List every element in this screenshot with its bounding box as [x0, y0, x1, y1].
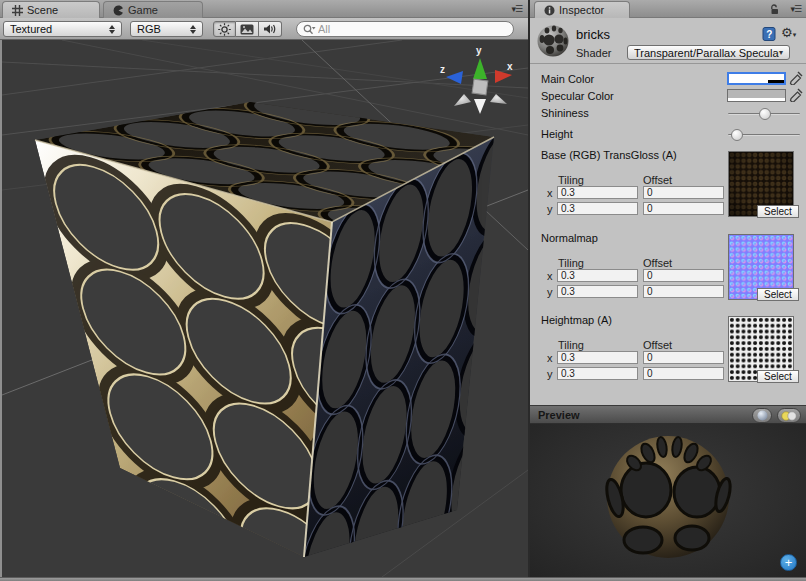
window-bottom-edge — [0, 577, 806, 581]
shininess-slider-thumb[interactable] — [759, 108, 771, 120]
inspector-menu-icon[interactable]: ▾☰ — [790, 4, 801, 14]
preview-lighting-button[interactable] — [777, 408, 801, 423]
texture-section-heightmap: Heightmap (A) Tiling Offset x y — [530, 314, 806, 386]
unity-editor-window: Scene Game ▾☰ Textured RGB — [0, 0, 806, 581]
audio-toggle-button[interactable] — [259, 21, 282, 37]
lock-icon[interactable] — [770, 4, 780, 15]
offset-header: Offset — [643, 339, 672, 351]
texture-section-base: Base (RGB) TransGloss (A) Tiling Offset … — [530, 149, 806, 221]
tiling-header: Tiling — [558, 174, 584, 186]
scene-3d-render: y x z — [2, 40, 528, 577]
inspector-panel: Inspector ▾☰ — [530, 0, 806, 577]
preview-sphere-render — [530, 424, 806, 577]
tiling-header: Tiling — [558, 257, 584, 269]
shininess-slider[interactable] — [728, 108, 800, 120]
lights-icon — [781, 411, 797, 421]
x-axis-label: x — [547, 352, 553, 364]
sphere-icon — [757, 410, 768, 421]
scene-tabbar: Scene Game ▾☰ — [0, 0, 528, 18]
tab-inspector-label: Inspector — [559, 4, 604, 16]
scene-panel-menu-icon[interactable]: ▾☰ — [511, 4, 522, 14]
offset-y-input[interactable] — [643, 285, 724, 298]
tab-inspector[interactable]: Inspector — [534, 1, 630, 18]
eyedropper-icon[interactable] — [789, 71, 803, 85]
main-color-swatch[interactable] — [727, 72, 786, 85]
tiling-header: Tiling — [558, 339, 584, 351]
height-slider-thumb[interactable] — [731, 129, 743, 141]
tiling-x-input[interactable] — [557, 351, 638, 364]
eyedropper-icon[interactable] — [789, 88, 803, 102]
material-name: bricks — [576, 27, 610, 42]
alpha-bar-white — [729, 80, 768, 83]
add-button[interactable]: + — [780, 554, 797, 571]
offset-x-input[interactable] — [643, 186, 724, 199]
svg-text:?: ? — [766, 29, 772, 40]
search-input[interactable] — [318, 23, 478, 35]
channel-value: RGB — [137, 23, 161, 35]
offset-header: Offset — [643, 174, 672, 186]
sun-icon — [218, 23, 231, 36]
section-title: Base (RGB) TransGloss (A) — [541, 149, 677, 161]
render-mode-value: Textured — [10, 23, 52, 35]
shader-label: Shader — [576, 47, 611, 59]
tiling-y-input[interactable] — [557, 367, 638, 380]
skybox-toggle-button[interactable] — [236, 21, 259, 37]
lighting-toggle-button[interactable] — [213, 21, 236, 37]
offset-x-input[interactable] — [643, 351, 724, 364]
updown-arrows-icon — [190, 25, 196, 34]
scene-search-box[interactable] — [296, 21, 514, 37]
material-preview-area[interactable]: + — [530, 424, 806, 577]
heightmap-select-button[interactable]: Select — [757, 370, 799, 383]
alpha-bar-white — [728, 98, 785, 101]
tiling-y-input[interactable] — [557, 202, 638, 215]
y-axis-label: y — [547, 368, 553, 380]
gizmo-z-cone[interactable] — [446, 71, 463, 84]
y-axis-label: y — [547, 203, 553, 215]
specular-color-swatch[interactable] — [727, 89, 786, 102]
height-slider[interactable] — [728, 129, 800, 141]
tab-scene[interactable]: Scene — [2, 1, 100, 18]
help-icon[interactable]: ? — [762, 27, 776, 41]
chevron-down-icon: ▾ — [779, 48, 783, 57]
gizmo-z-label: z — [440, 64, 445, 75]
inspector-tabbar: Inspector ▾☰ — [530, 0, 806, 18]
offset-header: Offset — [643, 257, 672, 269]
render-mode-dropdown[interactable]: Textured — [3, 21, 122, 37]
base-select-button[interactable]: Select — [757, 205, 799, 218]
tiling-y-input[interactable] — [557, 285, 638, 298]
preview-mesh-button[interactable] — [752, 408, 772, 423]
offset-y-input[interactable] — [643, 367, 724, 380]
offset-x-input[interactable] — [643, 269, 724, 282]
gizmo-y-cone[interactable] — [473, 58, 487, 79]
gizmo-x-label: x — [507, 61, 513, 72]
tiling-x-input[interactable] — [557, 269, 638, 282]
channel-dropdown[interactable]: RGB — [130, 21, 203, 37]
section-title: Normalmap — [541, 232, 598, 244]
grid-icon — [12, 5, 23, 16]
gizmo-y-label: y — [476, 45, 482, 56]
offset-y-input[interactable] — [643, 202, 724, 215]
material-header: bricks Shader Transparent/Parallax Specu… — [530, 18, 806, 64]
gear-icon: ⚙ — [781, 25, 793, 40]
normalmap-select-button[interactable]: Select — [757, 288, 799, 301]
section-title: Heightmap (A) — [541, 314, 612, 326]
game-icon — [113, 5, 124, 16]
scene-gizmo[interactable]: y x z — [440, 45, 513, 114]
height-label: Height — [541, 128, 573, 140]
updown-arrows-icon — [109, 25, 115, 34]
shader-value: Transparent/Parallax Specular — [634, 47, 779, 59]
tab-game[interactable]: Game — [103, 1, 203, 18]
gear-menu-button[interactable]: ⚙▾ — [781, 25, 796, 40]
preview-bar[interactable]: Preview — [530, 405, 806, 424]
x-axis-label: x — [547, 187, 553, 199]
image-icon — [240, 24, 254, 35]
alpha-bar-black — [768, 80, 785, 83]
scene-viewport[interactable]: y x z — [0, 40, 528, 577]
specular-color-label: Specular Color — [541, 90, 614, 102]
shader-dropdown[interactable]: Transparent/Parallax Specular ▾ — [627, 45, 790, 60]
tiling-x-input[interactable] — [557, 186, 638, 199]
chevron-down-icon: ▾ — [793, 31, 797, 38]
x-axis-label: x — [547, 270, 553, 282]
shininess-label: Shininess — [541, 107, 589, 119]
main-color-label: Main Color — [541, 73, 594, 85]
